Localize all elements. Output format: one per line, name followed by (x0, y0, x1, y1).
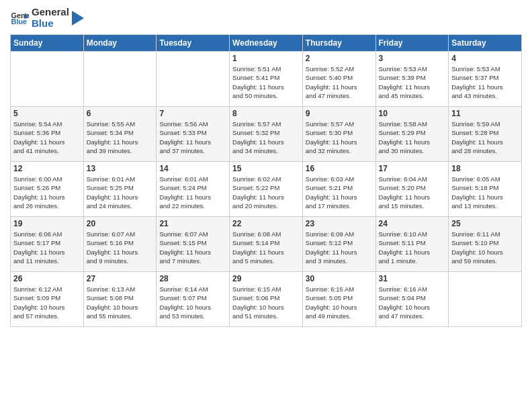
table-cell: 10Sunrise: 5:58 AM Sunset: 5:29 PM Dayli… (375, 107, 449, 162)
header-sunday: Sunday (11, 35, 84, 52)
header-thursday: Thursday (302, 35, 375, 52)
table-cell (83, 52, 157, 107)
table-cell: 11Sunrise: 5:59 AM Sunset: 5:28 PM Dayli… (449, 107, 522, 162)
day-info: Sunrise: 6:10 AM Sunset: 5:11 PM Dayligh… (379, 230, 446, 265)
logo-arrow-icon (72, 11, 84, 26)
day-number: 5 (13, 109, 81, 118)
day-number: 2 (306, 54, 373, 63)
svg-marker-3 (72, 11, 84, 26)
day-info: Sunrise: 6:03 AM Sunset: 5:21 PM Dayligh… (306, 175, 373, 210)
day-info: Sunrise: 5:59 AM Sunset: 5:28 PM Dayligh… (451, 120, 519, 155)
week-row-5: 26Sunrise: 6:12 AM Sunset: 5:09 PM Dayli… (11, 272, 522, 327)
table-cell: 28Sunrise: 6:14 AM Sunset: 5:07 PM Dayli… (157, 272, 230, 327)
day-info: Sunrise: 6:02 AM Sunset: 5:22 PM Dayligh… (232, 175, 300, 210)
day-number: 28 (159, 274, 226, 283)
table-cell: 20Sunrise: 6:07 AM Sunset: 5:16 PM Dayli… (83, 217, 157, 272)
table-cell: 13Sunrise: 6:01 AM Sunset: 5:25 PM Dayli… (83, 162, 157, 217)
day-info: Sunrise: 6:15 AM Sunset: 5:06 PM Dayligh… (232, 285, 300, 320)
day-info: Sunrise: 6:15 AM Sunset: 5:05 PM Dayligh… (306, 285, 373, 320)
day-info: Sunrise: 5:57 AM Sunset: 5:30 PM Dayligh… (306, 120, 373, 155)
day-number: 19 (13, 219, 81, 228)
page-container: General Blue General Blue SundayMondayTu… (0, 0, 532, 334)
table-cell: 23Sunrise: 6:09 AM Sunset: 5:12 PM Dayli… (302, 217, 375, 272)
day-info: Sunrise: 6:01 AM Sunset: 5:25 PM Dayligh… (87, 175, 154, 210)
table-cell: 24Sunrise: 6:10 AM Sunset: 5:11 PM Dayli… (375, 217, 449, 272)
day-info: Sunrise: 5:58 AM Sunset: 5:29 PM Dayligh… (379, 120, 446, 155)
header-saturday: Saturday (449, 35, 522, 52)
day-number: 17 (379, 164, 446, 173)
day-number: 15 (232, 164, 300, 173)
table-cell: 22Sunrise: 6:08 AM Sunset: 5:14 PM Dayli… (230, 217, 303, 272)
week-row-3: 12Sunrise: 6:00 AM Sunset: 5:26 PM Dayli… (11, 162, 522, 217)
day-number: 27 (87, 274, 154, 283)
svg-text:Blue: Blue (11, 17, 28, 26)
day-number: 10 (379, 109, 446, 118)
table-cell: 21Sunrise: 6:07 AM Sunset: 5:15 PM Dayli… (157, 217, 230, 272)
day-number: 8 (232, 109, 300, 118)
day-number: 7 (159, 109, 226, 118)
table-cell: 5Sunrise: 5:54 AM Sunset: 5:36 PM Daylig… (11, 107, 84, 162)
table-cell: 29Sunrise: 6:15 AM Sunset: 5:06 PM Dayli… (230, 272, 303, 327)
table-cell: 17Sunrise: 6:04 AM Sunset: 5:20 PM Dayli… (375, 162, 449, 217)
day-number: 4 (451, 54, 519, 63)
table-cell: 7Sunrise: 5:56 AM Sunset: 5:33 PM Daylig… (157, 107, 230, 162)
day-number: 1 (232, 54, 300, 63)
table-cell: 12Sunrise: 6:00 AM Sunset: 5:26 PM Dayli… (11, 162, 84, 217)
day-number: 23 (306, 219, 373, 228)
header: General Blue General Blue (10, 7, 522, 29)
day-info: Sunrise: 6:11 AM Sunset: 5:10 PM Dayligh… (451, 230, 519, 265)
day-number: 26 (13, 274, 81, 283)
day-info: Sunrise: 6:07 AM Sunset: 5:16 PM Dayligh… (87, 230, 154, 265)
day-number: 13 (87, 164, 154, 173)
table-cell: 6Sunrise: 5:55 AM Sunset: 5:34 PM Daylig… (83, 107, 157, 162)
day-info: Sunrise: 6:04 AM Sunset: 5:20 PM Dayligh… (379, 175, 446, 210)
day-info: Sunrise: 6:05 AM Sunset: 5:18 PM Dayligh… (451, 175, 519, 210)
table-cell (11, 52, 84, 107)
header-monday: Monday (83, 35, 157, 52)
table-cell: 2Sunrise: 5:52 AM Sunset: 5:40 PM Daylig… (302, 52, 375, 107)
day-number: 12 (13, 164, 81, 173)
table-cell: 8Sunrise: 5:57 AM Sunset: 5:32 PM Daylig… (230, 107, 303, 162)
day-info: Sunrise: 6:08 AM Sunset: 5:14 PM Dayligh… (232, 230, 300, 265)
table-cell: 27Sunrise: 6:13 AM Sunset: 5:08 PM Dayli… (83, 272, 157, 327)
table-cell: 26Sunrise: 6:12 AM Sunset: 5:09 PM Dayli… (11, 272, 84, 327)
day-number: 3 (379, 54, 446, 63)
table-cell: 18Sunrise: 6:05 AM Sunset: 5:18 PM Dayli… (449, 162, 522, 217)
day-number: 20 (87, 219, 154, 228)
day-info: Sunrise: 6:16 AM Sunset: 5:04 PM Dayligh… (379, 285, 446, 320)
table-cell: 14Sunrise: 6:01 AM Sunset: 5:24 PM Dayli… (157, 162, 230, 217)
table-cell: 30Sunrise: 6:15 AM Sunset: 5:05 PM Dayli… (302, 272, 375, 327)
day-number: 24 (379, 219, 446, 228)
table-cell: 25Sunrise: 6:11 AM Sunset: 5:10 PM Dayli… (449, 217, 522, 272)
table-cell (157, 52, 230, 107)
day-number: 29 (232, 274, 300, 283)
calendar-table: SundayMondayTuesdayWednesdayThursdayFrid… (10, 34, 522, 327)
day-number: 22 (232, 219, 300, 228)
header-wednesday: Wednesday (230, 35, 303, 52)
day-number: 25 (451, 219, 519, 228)
day-number: 6 (87, 109, 154, 118)
day-number: 21 (159, 219, 226, 228)
day-number: 31 (379, 274, 446, 283)
logo: General Blue General Blue (10, 7, 84, 29)
logo-icon: General Blue (10, 9, 29, 28)
day-info: Sunrise: 6:14 AM Sunset: 5:07 PM Dayligh… (159, 285, 226, 320)
header-tuesday: Tuesday (157, 35, 230, 52)
day-info: Sunrise: 6:09 AM Sunset: 5:12 PM Dayligh… (306, 230, 373, 265)
table-cell: 16Sunrise: 6:03 AM Sunset: 5:21 PM Dayli… (302, 162, 375, 217)
table-cell: 1Sunrise: 5:51 AM Sunset: 5:41 PM Daylig… (230, 52, 303, 107)
week-row-1: 1Sunrise: 5:51 AM Sunset: 5:41 PM Daylig… (11, 52, 522, 107)
day-info: Sunrise: 6:13 AM Sunset: 5:08 PM Dayligh… (87, 285, 154, 320)
calendar-header: SundayMondayTuesdayWednesdayThursdayFrid… (11, 35, 522, 52)
day-info: Sunrise: 5:52 AM Sunset: 5:40 PM Dayligh… (306, 64, 373, 100)
day-number: 18 (451, 164, 519, 173)
calendar-body: 1Sunrise: 5:51 AM Sunset: 5:41 PM Daylig… (11, 52, 522, 327)
table-cell: 15Sunrise: 6:02 AM Sunset: 5:22 PM Dayli… (230, 162, 303, 217)
day-info: Sunrise: 6:12 AM Sunset: 5:09 PM Dayligh… (13, 285, 81, 320)
day-info: Sunrise: 5:53 AM Sunset: 5:37 PM Dayligh… (451, 64, 519, 100)
day-number: 30 (306, 274, 373, 283)
table-cell: 4Sunrise: 5:53 AM Sunset: 5:37 PM Daylig… (449, 52, 522, 107)
day-info: Sunrise: 5:53 AM Sunset: 5:39 PM Dayligh… (379, 64, 446, 100)
table-cell: 3Sunrise: 5:53 AM Sunset: 5:39 PM Daylig… (375, 52, 449, 107)
table-cell: 9Sunrise: 5:57 AM Sunset: 5:30 PM Daylig… (302, 107, 375, 162)
